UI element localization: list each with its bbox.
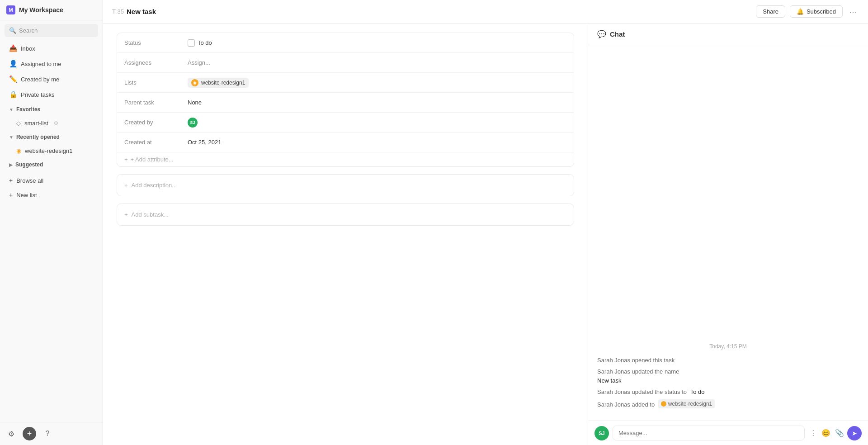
add-button[interactable]: + <box>23 427 36 440</box>
chat-sender-avatar: SJ <box>594 426 609 440</box>
subscribed-button[interactable]: 🔔 Subscribed <box>790 5 843 18</box>
favorites-section[interactable]: ▼ Favorites <box>3 103 100 116</box>
settings-icon[interactable]: ⚙ <box>5 427 18 440</box>
sidebar-item-private[interactable]: 🔒 Private tasks <box>3 87 100 102</box>
add-attribute-row[interactable]: + + Add attribute... <box>117 152 574 166</box>
favorites-label: Favorites <box>16 106 40 113</box>
add-subtask-label: Add subtask... <box>132 211 169 218</box>
chat-event-3-highlight: To do <box>690 388 705 395</box>
suggested-section[interactable]: ▶ Suggested <box>3 158 100 171</box>
split-view: Status To do Assignees Assign... Lists <box>103 24 868 445</box>
chat-input-bar: SJ ⋮ 😊 📎 ➤ <box>588 421 868 445</box>
chat-input-actions: ⋮ 😊 📎 ➤ <box>808 426 862 440</box>
creator-avatar: SJ <box>188 118 198 128</box>
sidebar-item-assigned[interactable]: 👤 Assigned to me <box>3 57 100 71</box>
workspace-header[interactable]: M My Workspace <box>0 0 103 20</box>
chat-header: 💬 Chat <box>588 24 868 45</box>
task-title[interactable]: New task <box>127 8 156 15</box>
chat-timestamp: Today, 4:15 PM <box>597 343 859 350</box>
browse-all-label: Browse all <box>16 177 43 184</box>
attachment-button[interactable]: 📎 <box>834 427 845 439</box>
chat-event-1: Sarah Jonas opened this task <box>597 356 859 365</box>
subscribed-label: Subscribed <box>807 8 836 15</box>
created-by-label: Created by <box>124 119 188 126</box>
created-at-label: Created at <box>124 139 188 146</box>
created-by-row: Created by SJ <box>117 113 574 133</box>
created-by-value: SJ <box>188 118 566 128</box>
assigned-icon: 👤 <box>9 60 17 68</box>
send-button[interactable]: ➤ <box>847 426 862 440</box>
emoji-button[interactable]: 😊 <box>820 427 832 439</box>
browse-all-item[interactable]: + Browse all <box>3 174 100 187</box>
sidebar-item-inbox[interactable]: 📥 Inbox <box>3 41 100 56</box>
list-badge[interactable]: ◉ website-redesign1 <box>188 78 249 88</box>
task-panel: Status To do Assignees Assign... Lists <box>103 24 588 445</box>
add-description-label: Add description... <box>132 182 177 189</box>
inbox-icon: 📥 <box>9 44 17 52</box>
main-content: T-35 New task Share 🔔 Subscribed ⋯ Statu… <box>103 0 868 445</box>
creator-initials: SJ <box>190 120 195 125</box>
topbar-right: Share 🔔 Subscribed ⋯ <box>756 5 859 19</box>
task-id: T-35 <box>112 8 124 15</box>
lists-value: ◉ website-redesign1 <box>188 78 566 88</box>
suggested-chevron: ▶ <box>9 162 13 167</box>
created-at-row: Created at Oct 25, 2021 <box>117 133 574 152</box>
new-list-icon: + <box>9 191 13 199</box>
chat-event-4-list: website-redesign1 <box>658 399 715 408</box>
parent-task-text: None <box>188 99 202 106</box>
created-icon: ✏️ <box>9 75 17 83</box>
chat-body: Today, 4:15 PM Sarah Jonas opened this t… <box>588 45 868 421</box>
website-redesign1-icon: ◉ <box>16 147 21 154</box>
help-icon[interactable]: ? <box>41 427 54 440</box>
new-list-item[interactable]: + New list <box>3 188 100 202</box>
workspace-icon: M <box>6 5 15 14</box>
status-row: Status To do <box>117 33 574 53</box>
more-options-chat-button[interactable]: ⋮ <box>808 427 818 439</box>
parent-task-row: Parent task None <box>117 93 574 113</box>
favorites-chevron: ▼ <box>9 107 14 112</box>
recently-label: Recently opened <box>16 134 60 140</box>
chat-message-input[interactable] <box>613 426 805 440</box>
created-label: Created by me <box>21 76 59 83</box>
parent-task-value[interactable]: None <box>188 99 566 106</box>
list-badge-label: website-redesign1 <box>201 80 245 86</box>
recently-opened-section[interactable]: ▼ Recently opened <box>3 131 100 143</box>
new-list-label: New list <box>16 192 37 199</box>
subtask-box[interactable]: + Add subtask... <box>117 204 574 226</box>
sidebar-item-created[interactable]: ✏️ Created by me <box>3 72 100 86</box>
add-attribute-icon: + <box>124 156 128 163</box>
search-label: Search <box>19 27 38 34</box>
status-value[interactable]: To do <box>188 39 566 47</box>
chat-sender-initials: SJ <box>599 431 604 436</box>
sidebar-bottom: ⚙ + ? <box>0 422 103 445</box>
search-icon: 🔍 <box>9 27 16 34</box>
chat-event-4: Sarah Jonas added to website-redesign1 <box>597 399 859 409</box>
topbar-left: T-35 New task <box>112 8 752 15</box>
website-redesign1-label: website-redesign1 <box>25 147 73 154</box>
sidebar: M My Workspace 🔍 Search 📥 Inbox 👤 Assign… <box>0 0 103 445</box>
browse-all-icon: + <box>9 177 13 184</box>
sidebar-item-smart-list[interactable]: ◇ smart-list ⚙ <box>3 117 100 129</box>
status-text: To do <box>198 39 212 46</box>
created-at-value: Oct 25, 2021 <box>188 139 566 146</box>
lists-label: Lists <box>124 79 188 86</box>
chat-list-label: website-redesign1 <box>668 400 712 408</box>
assignees-label: Assignees <box>124 59 188 66</box>
add-attribute-label: + Add attribute... <box>131 156 174 163</box>
inbox-label: Inbox <box>21 45 35 52</box>
share-button[interactable]: Share <box>756 5 785 18</box>
chat-event-2-sub: New task <box>597 377 621 384</box>
parent-task-label: Parent task <box>124 99 188 106</box>
assign-link[interactable]: Assign... <box>188 59 210 66</box>
chat-event-2: Sarah Jonas updated the name New task <box>597 367 859 385</box>
search-bar[interactable]: 🔍 Search <box>5 24 98 37</box>
private-label: Private tasks <box>21 91 54 98</box>
more-options-button[interactable]: ⋯ <box>847 5 859 19</box>
chat-list-icon <box>661 401 666 407</box>
description-box[interactable]: + Add description... <box>117 174 574 196</box>
lists-row: Lists ◉ website-redesign1 <box>117 73 574 93</box>
status-checkbox[interactable] <box>188 39 195 47</box>
assigned-label: Assigned to me <box>21 61 61 67</box>
sidebar-item-website-redesign1[interactable]: ◉ website-redesign1 <box>3 145 100 157</box>
assignees-row: Assignees Assign... <box>117 53 574 73</box>
